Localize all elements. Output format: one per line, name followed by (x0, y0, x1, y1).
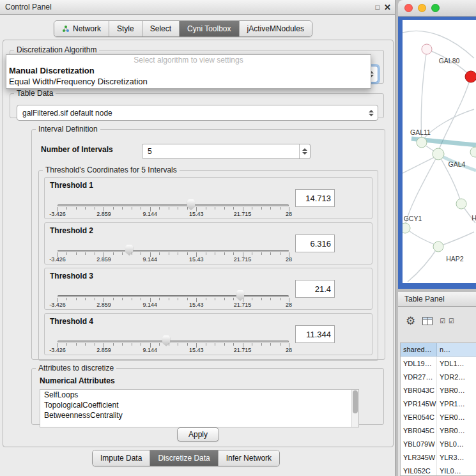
table-row[interactable]: YDL19…YDL1… (401, 357, 476, 370)
tick-mark (132, 207, 132, 210)
tick-mark (206, 252, 206, 255)
scale-label: 2.859 (96, 211, 111, 217)
tick-mark (113, 207, 114, 210)
tick-mark (215, 252, 215, 255)
tick-mark (215, 298, 215, 300)
table-row[interactable]: YBR045CYBR0… (401, 424, 476, 437)
tick-mark (76, 298, 77, 300)
network-node[interactable] (417, 137, 427, 148)
cell-name: YBR0… (437, 383, 476, 397)
float-window-icon[interactable]: □ (375, 3, 380, 11)
slider-track[interactable] (58, 295, 289, 297)
select-rows-checkbox-icons[interactable]: ☑ ☑ (440, 318, 455, 325)
number-of-intervals-spinner[interactable]: 5 (142, 144, 311, 159)
show-columns-icon[interactable] (422, 317, 433, 325)
tab-infer-network[interactable]: Infer Network (219, 450, 279, 466)
column-header-name[interactable]: n… (437, 343, 476, 356)
tab-select[interactable]: Select (142, 21, 180, 36)
close-window-icon[interactable]: ✕ (384, 3, 391, 12)
network-node[interactable] (433, 242, 443, 252)
tick-mark (280, 343, 280, 346)
tick-mark (76, 252, 77, 255)
window-title: Control Panel (0, 3, 52, 12)
tick-mark (159, 207, 160, 210)
network-node[interactable] (465, 71, 476, 82)
slider-scale-labels: -3.4262.8599.14415.4321.71528 (58, 347, 289, 354)
tick-mark (252, 298, 252, 300)
table-row[interactable]: YPR145WYPR1… (401, 397, 476, 410)
table-row[interactable]: YBL079WYBL0… (401, 437, 476, 450)
network-canvas[interactable]: GAL80GAL11GAL4GCY1HAP2H (403, 20, 476, 283)
tick-mark (85, 252, 86, 255)
table-row[interactable]: YER054CYER0… (401, 410, 476, 424)
table-row[interactable]: YIL052CYIL0… (401, 464, 476, 476)
table-row[interactable]: YDR27…YDR2… (401, 370, 476, 383)
discretization-algorithm-group-title: Discretization Algorithm (14, 45, 99, 54)
network-window-titlebar[interactable] (398, 0, 476, 17)
tick-mark (141, 298, 141, 300)
table-row[interactable]: YBR043CYBR0… (401, 383, 476, 397)
tab-impute-data[interactable]: Impute Data (93, 450, 150, 466)
apply-button[interactable]: Apply (177, 427, 219, 441)
scrollbar-thumb[interactable] (353, 390, 358, 413)
gear-icon[interactable]: ⚙ (406, 316, 415, 326)
dropdown-option-placeholder[interactable]: Select algorithm to view settings (6, 55, 371, 65)
threshold-label: Threshold 3 (50, 272, 93, 280)
dropdown-option-manual-discretization[interactable]: Manual Discretization (6, 65, 371, 76)
table-row[interactable]: YLR345WYLR3… (401, 450, 476, 464)
list-scrollbar[interactable] (351, 390, 358, 427)
slider-track[interactable] (58, 250, 289, 252)
tab-discretize-data[interactable]: Discretize Data (150, 450, 218, 466)
scale-label: 21.715 (234, 347, 252, 353)
threshold-value-field[interactable]: 21.4 (295, 280, 335, 298)
cell-name: YBR0… (437, 424, 476, 437)
slider-track[interactable] (58, 204, 289, 206)
tick-mark (159, 252, 160, 255)
tab-select-label: Select (150, 24, 171, 33)
cell-shared-name: YBL079W (401, 437, 437, 450)
list-item[interactable]: SelfLoops (40, 390, 358, 400)
tab-style[interactable]: Style (109, 21, 142, 36)
scale-label: 28 (286, 347, 292, 353)
network-node[interactable] (470, 147, 476, 157)
spinner-arrows-icon[interactable] (299, 144, 310, 158)
list-item[interactable]: BetweennessCentrality (40, 410, 358, 420)
tick-mark (252, 252, 252, 255)
table-data-select[interactable]: galFiltered.sif default node (17, 105, 378, 121)
list-item[interactable]: TopologicalCoefficient (40, 400, 358, 410)
close-traffic-light-icon[interactable] (404, 4, 413, 12)
scale-label: -3.426 (49, 256, 66, 263)
column-header-shared-name[interactable]: shared… (401, 343, 437, 356)
threshold-panel: Threshold 1 -3.4262.8599.14415.4321.7152… (44, 177, 372, 219)
tab-network[interactable]: Network (54, 21, 109, 36)
slider-track[interactable] (58, 341, 289, 342)
network-node[interactable] (403, 223, 410, 233)
tab-jactivemnodules[interactable]: jActiveMNodules (240, 21, 312, 36)
table-panel-titlebar: Table Panel (398, 292, 476, 307)
scale-label: 2.859 (96, 302, 111, 308)
network-node[interactable] (456, 199, 466, 209)
scale-label: 28 (286, 256, 292, 263)
cell-name: YER0… (437, 410, 476, 424)
threshold-value-field[interactable]: 6.316 (295, 234, 335, 252)
threshold-value-field[interactable]: 14.713 (295, 189, 335, 207)
network-node[interactable] (422, 44, 432, 54)
tab-cyni-toolbox[interactable]: Cyni Toolbox (180, 21, 239, 36)
tick-mark (187, 207, 188, 210)
dropdown-option-equal-width-frequency[interactable]: Equal Width/Frequency Discretization (6, 76, 371, 87)
desktop: Control Panel □ ✕ Network Style Select C… (0, 0, 476, 476)
tick-mark (95, 343, 95, 346)
threshold-label: Threshold 1 (50, 181, 93, 190)
numerical-attributes-list[interactable]: SelfLoopsTopologicalCoefficientBetweenne… (40, 389, 359, 427)
node-label: GCY1 (404, 215, 422, 222)
attributes-group-title: Attributes to discretize (36, 364, 116, 372)
minimize-traffic-light-icon[interactable] (418, 4, 426, 12)
tick-mark (85, 298, 86, 300)
zoom-traffic-light-icon[interactable] (431, 4, 440, 12)
tick-mark (76, 207, 77, 210)
threshold-value-field[interactable]: 11.344 (295, 325, 335, 343)
tab-impute-data-label: Impute Data (100, 454, 142, 463)
threshold-label: Threshold 4 (50, 317, 93, 326)
network-node[interactable] (433, 148, 444, 160)
cell-shared-name: YDL19… (401, 357, 437, 370)
